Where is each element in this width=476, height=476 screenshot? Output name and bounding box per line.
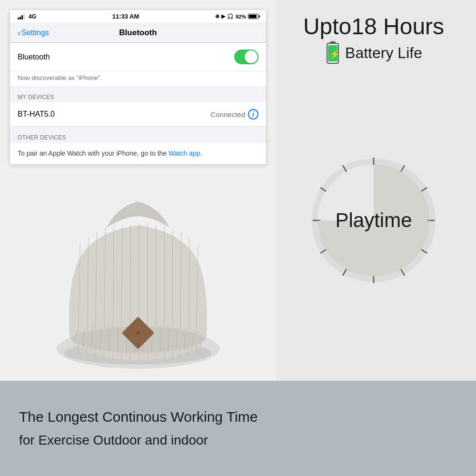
back-button[interactable]: ‹ Settings xyxy=(18,28,49,38)
bluetooth-label: Bluetooth xyxy=(18,53,50,61)
time-display: 11:33 AM xyxy=(112,13,139,20)
bottom-text-line1: The Longest Continous Working Time xyxy=(19,409,457,425)
battery-icon-svg: ⚡ xyxy=(325,41,340,65)
hat-area: * xyxy=(0,181,276,381)
playtime-label: Playtime xyxy=(335,209,412,232)
nav-title: Bluetooth xyxy=(119,28,157,38)
pairing-text-part1: To pair an Apple Watch with your iPhone,… xyxy=(18,149,169,157)
connected-badge: Connected i xyxy=(210,109,258,119)
toggle-knob xyxy=(245,50,258,63)
svg-text:*: * xyxy=(137,342,139,347)
status-left: 4G xyxy=(18,13,36,20)
pairing-text-part2: . xyxy=(200,149,202,157)
iphone-frame: 4G 11:33 AM ⊕ ▶ 🎧 92% xyxy=(10,10,267,165)
device-row: BT-HAT5.0 Connected i xyxy=(10,102,266,127)
signal-bar-1 xyxy=(18,18,19,20)
hat-image: * xyxy=(38,190,238,381)
svg-rect-39 xyxy=(330,41,336,44)
battery-row: ⚡ Battery Life xyxy=(303,41,444,65)
network-label: 4G xyxy=(29,13,36,20)
connected-label: Connected xyxy=(210,110,245,119)
signal-bar-4 xyxy=(23,14,25,20)
device-name: BT-HAT5.0 xyxy=(18,110,55,119)
pairing-text: To pair an Apple Watch with your iPhone,… xyxy=(10,143,266,164)
status-bar: 4G 11:33 AM ⊕ ▶ 🎧 92% xyxy=(10,10,266,23)
svg-text:⚡: ⚡ xyxy=(329,49,340,60)
bottom-text-line2: for Exercise Outdoor and indoor xyxy=(19,433,457,448)
battery-tip xyxy=(259,15,260,18)
headphones-icon: 🎧 xyxy=(227,13,234,20)
top-section: 4G 11:33 AM ⊕ ▶ 🎧 92% xyxy=(0,0,476,381)
my-devices-header: MY DEVICES xyxy=(10,90,266,102)
battery-section: Upto18 Hours ⚡ Battery Life xyxy=(303,14,444,65)
signal-bars xyxy=(18,14,25,20)
clock-section: Playtime xyxy=(281,70,466,371)
battery-fill xyxy=(249,15,257,18)
main-container: 4G 11:33 AM ⊕ ▶ 🎧 92% xyxy=(0,0,476,476)
bluetooth-row: Bluetooth xyxy=(10,43,266,71)
right-panel: Upto18 Hours ⚡ Battery Life xyxy=(276,0,476,381)
nav-bar: ‹ Settings Bluetooth xyxy=(10,23,266,43)
signal-bar-3 xyxy=(21,15,23,20)
battery-percent: 92% xyxy=(236,14,246,20)
discoverable-text: Now discoverable as "iPhone". xyxy=(10,71,266,90)
bottom-section: The Longest Continous Working Time for E… xyxy=(0,381,476,476)
info-icon[interactable]: i xyxy=(248,109,258,119)
svg-point-36 xyxy=(137,332,139,334)
watch-app-link[interactable]: Watch app xyxy=(169,149,200,157)
signal-bar-2 xyxy=(20,17,21,20)
battery-status-bar xyxy=(248,14,258,19)
other-devices-header: OTHER DEVICES xyxy=(10,127,266,143)
hours-text: Upto18 Hours xyxy=(303,14,444,40)
left-panel: 4G 11:33 AM ⊕ ▶ 🎧 92% xyxy=(0,0,276,381)
location-icon: ▶ xyxy=(221,13,225,20)
battery-life-text: Battery Life xyxy=(345,44,422,62)
wifi-icon: ⊕ xyxy=(215,13,219,20)
back-label[interactable]: Settings xyxy=(21,29,49,37)
status-right: ⊕ ▶ 🎧 92% xyxy=(215,13,258,20)
bluetooth-toggle[interactable] xyxy=(234,50,258,64)
